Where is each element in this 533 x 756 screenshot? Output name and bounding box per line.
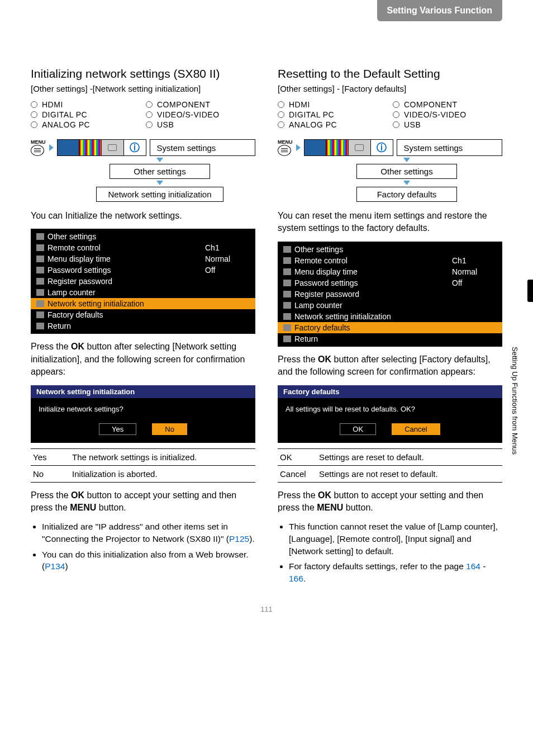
osd-row[interactable]: Factory defaults [278, 322, 502, 333]
arrow-down-icon [403, 158, 410, 162]
left-bullets: Initialized are "IP address" and other i… [31, 521, 255, 573]
left-intro: You can Initialize the network settings. [31, 210, 255, 222]
menu-chain: MENU ⓘ System settings Other settings Fa… [278, 139, 502, 202]
system-settings-box: System settings [150, 139, 256, 156]
osd-row[interactable]: Remote controlCh1 [31, 242, 255, 253]
osd-row[interactable]: Return [31, 320, 255, 332]
arrow-down-icon [156, 181, 163, 185]
osd-row[interactable]: Remote controlCh1 [278, 255, 502, 266]
ring-icon [31, 101, 37, 108]
options-table: YesThe network settings is initialized. … [31, 448, 255, 483]
osd-other-settings: Other settings Remote controlCh1Menu dis… [278, 242, 502, 347]
system-settings-box: System settings [397, 139, 503, 156]
row-icon [36, 323, 44, 329]
link-164[interactable]: 164 [466, 561, 480, 571]
left-title: Initializing network settings (SX80 II) [31, 67, 255, 81]
osd-row[interactable]: Network setting initialization [278, 311, 502, 322]
osd-row[interactable]: Register password [31, 276, 255, 287]
no-button[interactable]: No [152, 423, 187, 435]
osd-row[interactable]: Network setting initialization [31, 298, 255, 309]
confirm-dialog: Network setting initialization Initializ… [31, 385, 255, 443]
osd-row[interactable]: Password settingsOff [278, 277, 502, 289]
confirm-dialog: Factory defaults All settings will be re… [278, 385, 502, 443]
row-icon [36, 267, 44, 273]
page-number: 111 [31, 605, 502, 613]
confirm-title: Network setting initialization [31, 385, 255, 398]
input-item: ANALOG PC [31, 120, 140, 129]
ring-icon [146, 121, 153, 128]
link-p134[interactable]: P134 [45, 561, 65, 571]
chain-box-other: Other settings [356, 164, 457, 179]
osd-row[interactable]: Factory defaults [31, 309, 255, 320]
row-icon [283, 336, 291, 342]
menu-button-icon [278, 145, 291, 156]
menu-chain: MENU ⓘ System settings Other settings Ne… [31, 139, 255, 202]
ring-icon [146, 111, 153, 118]
row-icon [283, 313, 291, 320]
menu-icon [283, 246, 291, 253]
row-icon [36, 256, 44, 262]
ring-icon [146, 101, 153, 108]
row-icon [283, 280, 291, 286]
input-item: VIDEO/S-VIDEO [146, 110, 255, 119]
chain-box-factory: Factory defaults [356, 187, 457, 202]
cancel-button[interactable]: Cancel [392, 423, 440, 435]
row-icon [283, 291, 291, 297]
right-after-osd: Press the OK button after selecting [Fac… [278, 353, 502, 379]
right-title: Resetting to the Default Setting [278, 67, 502, 81]
input-item: USB [146, 120, 255, 129]
ok-button[interactable]: OK [340, 423, 376, 435]
arrow-right-icon [296, 144, 301, 151]
row-icon [283, 324, 291, 331]
left-accept: Press the OK button to accept your setti… [31, 489, 255, 514]
inputs-list: HDMI COMPONENT DIGITAL PC VIDEO/S-VIDEO … [31, 100, 255, 129]
menu-button-icon [31, 145, 44, 156]
side-label: Setting Up Functions from Menus [511, 347, 519, 455]
thumb-tab [527, 280, 533, 302]
right-bullets: This function cannot reset the value of … [278, 521, 502, 584]
osd-row[interactable]: Password settingsOff [31, 264, 255, 276]
right-accept: Press the OK button to accept your setti… [278, 489, 502, 514]
link-p125[interactable]: P125 [229, 534, 249, 544]
link-166[interactable]: 166 [289, 574, 303, 583]
chain-box-other: Other settings [110, 164, 210, 179]
inputs-list: HDMI COMPONENT DIGITAL PC VIDEO/S-VIDEO … [278, 100, 502, 129]
chain-box-network-init: Network setting initialization [96, 187, 223, 202]
osd-row[interactable]: Lamp counter [278, 300, 502, 311]
input-item: COMPONENT [146, 100, 255, 109]
right-column: Resetting to the Default Setting [Other … [278, 67, 502, 588]
row-icon [36, 289, 44, 296]
osd-row[interactable]: Register password [278, 289, 502, 300]
arrow-right-icon [49, 144, 54, 151]
yes-button[interactable]: Yes [99, 423, 136, 435]
row-icon [36, 244, 44, 251]
menu-label: MENU [31, 139, 46, 145]
left-column: Initializing network settings (SX80 II) … [31, 67, 255, 588]
right-intro: You can reset the menu item settings and… [278, 210, 502, 235]
right-path: [Other settings] - [Factory defaults] [278, 84, 502, 93]
osd-row[interactable]: Return [278, 333, 502, 344]
arrow-down-icon [156, 158, 163, 162]
row-icon [36, 311, 44, 318]
confirm-title: Factory defaults [278, 385, 502, 398]
left-after-osd: Press the OK button after selecting [Net… [31, 341, 255, 378]
tabs-icon: ⓘ [304, 139, 393, 156]
osd-row[interactable]: Lamp counter [31, 287, 255, 298]
arrow-down-icon [403, 181, 410, 185]
ring-icon [31, 111, 37, 118]
row-icon [283, 257, 291, 264]
row-icon [283, 302, 291, 309]
row-icon [283, 268, 291, 275]
menu-icon [36, 233, 44, 240]
osd-row[interactable]: Menu display timeNormal [278, 266, 502, 277]
tabs-icon: ⓘ [57, 139, 146, 156]
row-icon [36, 300, 44, 307]
left-path: [Other settings] -[Network setting initi… [31, 84, 255, 93]
input-item: HDMI [31, 100, 140, 109]
confirm-msg: Initialize network settings? [31, 398, 255, 420]
options-table: OKSettings are reset to default. CancelS… [278, 448, 502, 483]
osd-other-settings: Other settings Remote controlCh1Menu dis… [31, 229, 255, 334]
osd-row[interactable]: Menu display timeNormal [31, 253, 255, 264]
row-icon [36, 278, 44, 285]
input-item: DIGITAL PC [31, 110, 140, 119]
